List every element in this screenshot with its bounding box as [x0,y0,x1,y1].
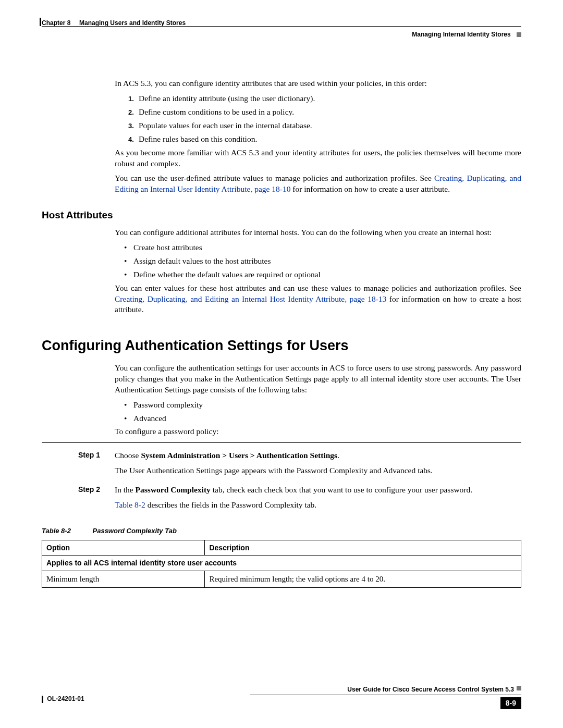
running-header: Chapter 8 Managing Users and Identity St… [42,19,521,45]
chapter-label: Chapter 8 [42,19,70,27]
cross-ref-link[interactable]: Creating, Duplicating, and Editing an In… [115,294,386,303]
host-bullet-list: •Create host attributes •Assign default … [124,242,521,280]
list-item: •Create host attributes [124,242,521,253]
footer-rule [250,695,521,695]
footer-bar-icon [42,696,43,703]
page-footer: OL-24201-01 User Guide for Cisco Secure … [42,685,521,709]
square-icon [517,686,521,690]
list-item-text: Define custom conditions to be used in a… [139,107,294,116]
text-run: You can enter values for these host attr… [115,283,521,292]
intro-block: In ACS 5.3, you can configure identity a… [115,78,521,195]
chapter-title: Managing Users and Identity Stores [79,19,186,27]
intro-ordered-list: 1.Define an identity attribute (using th… [128,93,521,145]
step1-line2: The User Authentication Settings page ap… [115,465,521,476]
intro-p3: You can use the user-defined attribute v… [115,173,521,195]
col-option: Option [42,540,205,556]
text-run: describes the fields in the Password Com… [145,500,316,509]
table-header-row: Option Description [42,540,521,556]
auth-p2: To configure a password policy: [115,426,521,437]
page: Chapter 8 Managing Users and Identity St… [0,0,563,728]
text-run: You can use the user-defined attribute v… [115,174,434,182]
text-run: tab, check each check box that you want … [211,485,472,494]
header-section: Managing Internal Identity Stores [412,31,510,38]
step-row: Step 1 Choose System Administration > Us… [42,450,521,480]
intro-p2: As you become more familiar with ACS 5.3… [115,147,521,169]
guide-title: User Guide for Cisco Secure Access Contr… [250,685,521,694]
text-run: In the [115,485,136,494]
list-item-text: Assign default values to the host attrib… [133,256,271,265]
table-number: Table 8-2 [42,527,71,535]
footer-right: User Guide for Cisco Secure Access Contr… [250,685,521,709]
host-attributes-heading: Host Attributes [42,208,521,222]
table-row: Minimum length Required minimum length; … [42,571,521,587]
host-p2: You can enter values for these host attr… [115,283,521,316]
doc-number: OL-24201-01 [47,695,84,702]
cell-option: Minimum length [42,571,205,587]
step-body: Choose System Administration > Users > A… [115,450,521,480]
table-section-row: Applies to all ACS internal identity sto… [42,556,521,571]
step-label: Step 2 [42,485,115,515]
intro-p1: In ACS 5.3, you can configure identity a… [115,78,521,89]
list-item: •Advanced [124,413,521,424]
text-run: . [337,451,339,460]
list-item: 2.Define custom conditions to be used in… [128,107,521,118]
list-item-text: Define rules based on this condition. [139,134,257,143]
list-item-text: Define an identity attribute (using the … [139,94,315,103]
page-number: 8-9 [500,697,521,709]
cell-desc: Required minimum length; the valid optio… [205,571,521,587]
col-description: Description [205,540,521,556]
list-item: 1.Define an identity attribute (using th… [128,93,521,104]
auth-settings-heading: Configuring Authentication Settings for … [42,336,521,355]
list-item-text: Populate values for each user in the int… [139,121,312,130]
step-row: Step 2 In the Password Complexity tab, c… [42,485,521,515]
list-item: 4.Define rules based on this condition. [128,134,521,145]
list-item: •Define whether the default values are r… [124,269,521,280]
auth-block: You can configure the authentication set… [115,363,521,438]
list-item-text: Advanced [133,414,166,423]
footer-left: OL-24201-01 [42,685,84,703]
step1-line1: Choose System Administration > Users > A… [115,450,521,461]
guide-title-text: User Guide for Cisco Secure Access Contr… [347,686,514,693]
step2-line2: Table 8-2 describes the fields in the Pa… [115,500,521,511]
ui-path-bold: System Administration > Users > Authenti… [141,451,337,460]
list-item: 3.Populate values for each user in the i… [128,120,521,131]
list-item: •Password complexity [124,400,521,411]
table-block: Table 8-2 Password Complexity Tab Option… [42,526,521,588]
table-title: Password Complexity Tab [93,527,177,535]
text-run: for information on how to create a user … [290,184,450,193]
table-ref-link[interactable]: Table 8-2 [115,500,145,509]
list-item-text: Define whether the default values are re… [133,270,321,279]
header-left-bar-icon [40,18,41,26]
tab-name-bold: Password Complexity [136,485,211,494]
list-item: •Assign default values to the host attri… [124,256,521,267]
table-caption: Table 8-2 Password Complexity Tab [42,526,521,536]
step2-line1: In the Password Complexity tab, check ea… [115,485,521,496]
list-item-text: Create host attributes [133,243,202,252]
steps-block: Step 1 Choose System Administration > Us… [42,442,521,515]
content: In ACS 5.3, you can configure identity a… [42,78,521,588]
text-run: Choose [115,451,141,460]
step-label: Step 1 [42,450,115,480]
section-cell: Applies to all ACS internal identity sto… [42,556,521,571]
host-block: You can configure additional attributes … [115,227,521,315]
auth-bullet-list: •Password complexity •Advanced [124,400,521,424]
list-item-text: Password complexity [133,400,203,409]
password-complexity-table: Option Description Applies to all ACS in… [42,540,521,588]
square-icon [517,32,521,37]
header-rule [42,26,521,27]
host-p1: You can configure additional attributes … [115,227,521,238]
step-body: In the Password Complexity tab, check ea… [115,485,521,515]
auth-p1: You can configure the authentication set… [115,363,521,396]
header-right: Managing Internal Identity Stores [412,30,521,39]
